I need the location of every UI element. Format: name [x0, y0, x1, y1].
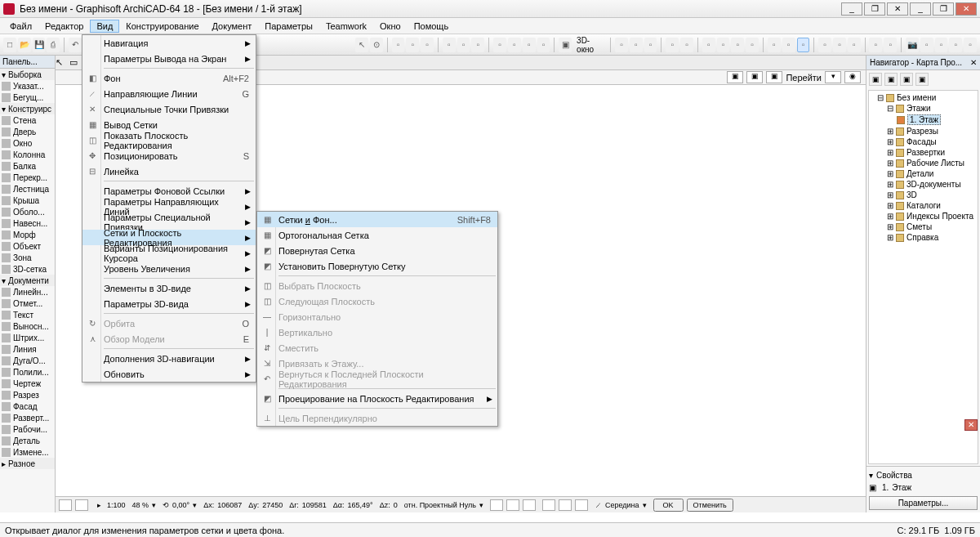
- bottom-icon[interactable]: [575, 499, 588, 511]
- menu-item[interactable]: ✥ПозиционироватьS: [82, 148, 256, 163]
- angle-value[interactable]: 0,00°: [172, 501, 189, 509]
- tool-Морф[interactable]: Морф: [0, 229, 55, 240]
- tool-Оболо...[interactable]: Оболо...: [0, 206, 55, 217]
- tool-icon[interactable]: ▫: [731, 38, 744, 52]
- tree-node[interactable]: ⊞3D-документы: [872, 179, 974, 190]
- menu-item[interactable]: ◧ФонAlt+F2: [82, 70, 256, 86]
- cursor-icon[interactable]: ↖: [355, 38, 368, 52]
- tool-icon[interactable]: ▫: [848, 38, 861, 52]
- menu-item[interactable]: Варианты Позиционирования Курсора▶: [82, 245, 256, 261]
- bottom-icon[interactable]: [506, 499, 519, 511]
- goto-dropdown[interactable]: ▾: [825, 71, 841, 83]
- tool-icon[interactable]: ▫: [508, 38, 521, 52]
- menu-item[interactable]: Навигация▶: [82, 35, 256, 51]
- menu-options[interactable]: Параметры: [258, 20, 319, 33]
- navigator-tree[interactable]: ⊟Без имени ⊟Этажи 1. Этаж ⊞Разрезы⊞Фасад…: [868, 90, 978, 464]
- panel-close-icon[interactable]: ✕: [964, 419, 978, 431]
- tree-node[interactable]: ⊞Сметы: [872, 222, 974, 232]
- tool-Выносн...[interactable]: Выносн...: [0, 320, 55, 332]
- cancel-button[interactable]: Отменить: [687, 499, 733, 512]
- tool-Бегущ...[interactable]: Бегущ...: [0, 92, 55, 103]
- bottom-icon[interactable]: [542, 499, 555, 511]
- tool-Фасад[interactable]: Фасад: [0, 401, 55, 412]
- minimize-secondary-button[interactable]: _: [841, 2, 862, 16]
- tool-Деталь[interactable]: Деталь: [0, 435, 55, 446]
- magnet-icon[interactable]: ⊙: [370, 38, 383, 52]
- tool-Стена[interactable]: Стена: [0, 114, 55, 126]
- view3d-icon[interactable]: ▣: [559, 38, 572, 52]
- tool-icon[interactable]: ▫: [920, 38, 933, 52]
- menu-item[interactable]: ◩Проецирование на Плоскость Редактирован…: [257, 391, 497, 406]
- tree-node[interactable]: ⊞Разрезы: [872, 126, 974, 136]
- menu-item[interactable]: ◩Повернутая Сетка: [257, 243, 497, 258]
- tool-Штрих...[interactable]: Штрих...: [0, 332, 55, 343]
- tool-Лестница[interactable]: Лестница: [0, 183, 55, 195]
- snap-value[interactable]: Середина: [605, 501, 639, 509]
- tool-icon[interactable]: ▫: [797, 38, 810, 52]
- tool-icon[interactable]: ▫: [457, 38, 470, 52]
- tree-node[interactable]: ⊞Детали: [872, 168, 974, 179]
- tool-icon[interactable]: ▫: [818, 38, 831, 52]
- tool-icon[interactable]: ▫: [884, 38, 897, 52]
- tool-Окно[interactable]: Окно: [0, 137, 55, 149]
- nav-tab-icon[interactable]: ▣: [869, 73, 882, 86]
- restore-button[interactable]: ❐: [933, 2, 954, 16]
- zoom-value[interactable]: 48 %: [132, 501, 149, 509]
- tool-Объект[interactable]: Объект: [0, 240, 55, 252]
- tool-icon[interactable]: ▫: [935, 38, 948, 52]
- tool-Навесн...[interactable]: Навесн...: [0, 217, 55, 229]
- tool-icon[interactable]: ▫: [680, 38, 693, 52]
- menu-editor[interactable]: Редактор: [38, 20, 90, 33]
- menu-item[interactable]: ⟋Направляющие ЛинииG: [82, 86, 256, 101]
- menu-construct[interactable]: Конструирование: [119, 20, 205, 33]
- open-icon[interactable]: 📂: [18, 38, 31, 52]
- tool-icon[interactable]: ▫: [493, 38, 506, 52]
- params-button[interactable]: Параметры...: [869, 496, 978, 510]
- tool-Разверт...[interactable]: Разверт...: [0, 412, 55, 423]
- tree-root[interactable]: ⊟Без имени: [872, 92, 974, 103]
- grids-submenu[interactable]: ▦Сетки и Фон...Shift+F8▦Ортогональная Се…: [256, 211, 498, 427]
- menu-item[interactable]: ▦Сетки и Фон...Shift+F8: [257, 212, 497, 227]
- tool-icon[interactable]: ▫: [523, 38, 536, 52]
- ruler-btn[interactable]: ◉: [844, 71, 861, 83]
- toolbox-section[interactable]: ▸ Разное: [0, 458, 55, 469]
- tool-icon[interactable]: ▫: [949, 38, 962, 52]
- menu-item[interactable]: ◫Показать Плоскость Редактирования: [82, 132, 256, 148]
- camera-icon[interactable]: 📷: [906, 38, 919, 52]
- tool-Текст[interactable]: Текст: [0, 309, 55, 320]
- tool-Дверь[interactable]: Дверь: [0, 126, 55, 137]
- tree-node[interactable]: ⊞Каталоги: [872, 200, 974, 211]
- menu-item[interactable]: Параметры 3D-вида▶: [82, 296, 256, 311]
- bottom-icon[interactable]: [523, 499, 536, 511]
- tool-Разрез[interactable]: Разрез: [0, 389, 55, 401]
- tool-icon[interactable]: ▫: [392, 38, 405, 52]
- tool-Измене...[interactable]: Измене...: [0, 446, 55, 458]
- tool-icon[interactable]: ▫: [630, 38, 643, 52]
- tool-icon[interactable]: ▫: [869, 38, 882, 52]
- tool-3D-сетка[interactable]: 3D-сетка: [0, 263, 55, 275]
- nav-tab-icon[interactable]: ▣: [915, 73, 929, 86]
- tool-Полили...[interactable]: Полили...: [0, 366, 55, 378]
- menu-item[interactable]: ✕Специальные Точки Привязки: [82, 101, 256, 117]
- tool-Чертеж[interactable]: Чертеж: [0, 378, 55, 389]
- tool-Колонна[interactable]: Колонна: [0, 149, 55, 160]
- tool-icon[interactable]: ▫: [717, 38, 730, 52]
- menu-file[interactable]: Файл: [3, 20, 38, 33]
- bottom-icon[interactable]: [75, 499, 88, 511]
- tool-Указат...[interactable]: Указат...: [0, 80, 55, 92]
- menu-document[interactable]: Документ: [206, 20, 259, 33]
- menu-item[interactable]: ⊟Линейка: [82, 163, 256, 179]
- ruler-btn[interactable]: ▣: [746, 71, 763, 83]
- tool-icon[interactable]: ▫: [443, 38, 456, 52]
- tool-Рабочи...[interactable]: Рабочи...: [0, 423, 55, 435]
- ruler-btn[interactable]: ▣: [727, 71, 743, 83]
- view3d-label[interactable]: 3D-окно: [573, 36, 606, 54]
- props-title[interactable]: Свойства: [876, 471, 912, 480]
- menu-item[interactable]: Элементы в 3D-виде▶: [82, 280, 256, 296]
- tool-icon[interactable]: ▫: [471, 38, 484, 52]
- tool-Зона[interactable]: Зона: [0, 252, 55, 263]
- tool-Крыша[interactable]: Крыша: [0, 195, 55, 206]
- tool-Балка[interactable]: Балка: [0, 160, 55, 172]
- tree-node[interactable]: ⊞3D: [872, 190, 974, 200]
- tool-icon[interactable]: ▫: [746, 38, 759, 52]
